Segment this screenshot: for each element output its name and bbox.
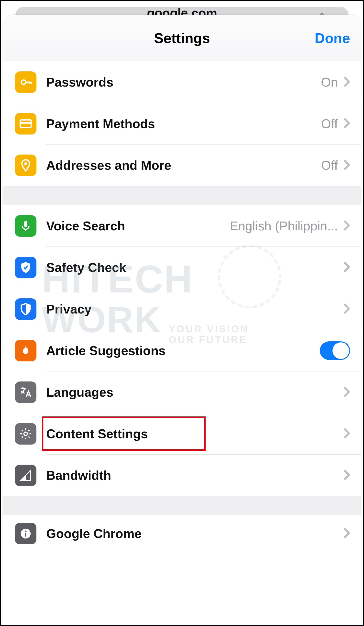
row-label: Content Settings [46,427,148,441]
svg-rect-2 [20,122,31,124]
chevron-right-icon [343,118,350,130]
row-value: Off [321,158,338,173]
flame-icon [15,340,36,361]
article-suggestions-toggle[interactable] [320,341,350,360]
row-payment-methods[interactable]: Payment Methods Off [3,103,361,145]
gear-icon [15,423,36,445]
translate-icon [15,382,36,403]
row-label: Google Chrome [46,526,142,541]
row-label: Article Suggestions [46,343,166,358]
screenshot-frame: google.com Settings Done Passwords On [0,0,364,626]
chevron-right-icon [343,220,350,232]
row-label: Passwords [46,75,113,89]
chevron-right-icon [343,76,350,88]
chevron-right-icon [343,262,350,274]
row-value: English (Philippin... [230,219,338,233]
row-languages[interactable]: Languages [3,371,361,413]
row-label: Payment Methods [46,117,155,131]
mic-icon [15,215,36,237]
chevron-right-icon [343,428,350,440]
svg-rect-8 [25,533,26,537]
section-spacer [3,186,361,205]
row-label: Addresses and More [46,158,171,173]
chevron-right-icon [343,470,350,481]
settings-sheet: Settings Done Passwords On Paym [3,15,361,625]
row-article-suggestions[interactable]: Article Suggestions [3,330,361,371]
row-privacy[interactable]: Privacy [3,288,361,330]
row-bandwidth[interactable]: Bandwidth [3,455,361,496]
credit-card-icon [15,113,36,134]
svg-point-0 [21,80,26,84]
key-icon [15,71,36,93]
shield-half-icon [15,298,36,320]
group-about: Google Chrome [3,515,361,552]
page-title: Settings [154,30,210,46]
signal-icon [15,465,36,486]
sheet-header: Settings Done [3,15,361,61]
row-addresses[interactable]: Addresses and More Off [3,145,361,186]
row-value: On [321,75,338,89]
chevron-right-icon [343,386,350,398]
row-label: Voice Search [46,219,125,233]
row-value: Off [321,117,338,131]
row-content-settings[interactable]: Content Settings [3,413,361,455]
svg-point-7 [25,530,26,532]
svg-point-5 [24,432,27,435]
row-passwords[interactable]: Passwords On [3,61,361,103]
row-label: Bandwidth [46,468,111,483]
group-main: Voice Search English (Philippin... Safet… [3,205,361,496]
group-autofill: Passwords On Payment Methods Off [3,61,361,186]
pin-icon [15,155,36,176]
chevron-right-icon [343,159,350,171]
row-safety-check[interactable]: Safety Check [3,247,361,288]
info-icon [15,523,36,544]
row-google-chrome[interactable]: Google Chrome [3,515,361,552]
row-voice-search[interactable]: Voice Search English (Philippin... [3,205,361,247]
chevron-right-icon [343,303,350,315]
shield-check-icon [15,257,36,278]
chevron-right-icon [343,528,350,540]
row-label: Safety Check [46,260,126,275]
svg-rect-4 [24,221,27,227]
done-button[interactable]: Done [315,15,350,61]
row-label: Languages [46,385,113,399]
row-label: Privacy [46,302,91,316]
section-spacer [3,496,361,515]
svg-point-3 [24,162,27,165]
